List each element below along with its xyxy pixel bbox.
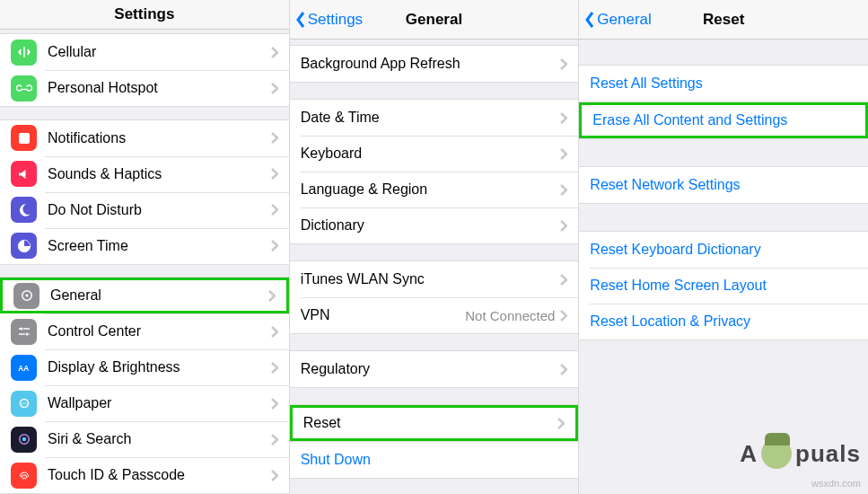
cellular-icon	[11, 40, 37, 66]
regulatory-label: Regulatory	[301, 361, 561, 377]
reset-home-screen-layout-row[interactable]: Reset Home Screen Layout	[579, 268, 868, 304]
nav-bar: Settings General	[290, 0, 579, 40]
chevron-right-icon	[557, 418, 565, 429]
itunes-wlan-sync-row[interactable]: iTunes WLAN Sync	[290, 261, 579, 297]
control-center-icon	[11, 319, 37, 345]
siri-search-label: Siri & Search	[48, 431, 271, 447]
reset-all-settings-row[interactable]: Reset All Settings	[579, 66, 868, 101]
display-brightness-row[interactable]: AADisplay & Brightness	[0, 349, 289, 385]
personal-hotspot-row[interactable]: Personal Hotspot	[0, 70, 289, 106]
svg-text:AA: AA	[18, 365, 29, 373]
chevron-right-icon	[268, 290, 276, 302]
general-label: General	[50, 287, 268, 304]
reset-location-privacy-row[interactable]: Reset Location & Privacy	[579, 304, 868, 340]
do-not-disturb-icon	[11, 197, 37, 223]
svg-point-3	[25, 295, 28, 297]
wallpaper-row[interactable]: Wallpaper	[0, 385, 289, 421]
regulatory-row[interactable]: Regulatory	[290, 351, 579, 387]
keyboard-row[interactable]: Keyboard	[290, 136, 579, 172]
chevron-right-icon	[271, 362, 278, 374]
chevron-right-icon	[560, 220, 567, 232]
chevron-right-icon	[271, 434, 278, 445]
reset-location-privacy-label: Reset Location & Privacy	[590, 313, 857, 330]
touch-id-passcode-icon	[11, 463, 37, 489]
chevron-right-icon	[271, 326, 278, 338]
chevron-right-icon	[271, 168, 278, 180]
cellular-row[interactable]: Cellular	[0, 34, 289, 70]
back-button[interactable]: General	[579, 11, 651, 29]
notifications-label: Notifications	[48, 130, 271, 146]
wallpaper-icon	[11, 391, 37, 417]
nav-title: Settings	[0, 5, 289, 23]
do-not-disturb-label: Do Not Disturb	[48, 202, 271, 218]
sounds-haptics-icon	[11, 161, 37, 187]
nav-bar: Settings	[0, 0, 289, 30]
notifications-icon	[11, 125, 37, 151]
reset-home-screen-layout-label: Reset Home Screen Layout	[590, 278, 857, 294]
touch-id-passcode-row[interactable]: Touch ID & Passcode	[0, 457, 289, 493]
chevron-right-icon	[560, 58, 567, 70]
personal-hotspot-icon	[11, 75, 37, 101]
general-row[interactable]: General	[0, 278, 289, 313]
reset-row[interactable]: Reset	[290, 405, 579, 441]
watermark-logo: AA pualspuals	[740, 438, 861, 469]
date-time-label: Date & Time	[301, 110, 561, 126]
touch-id-passcode-label: Touch ID & Passcode	[48, 467, 271, 483]
back-label: Settings	[308, 11, 363, 29]
language-region-label: Language & Region	[301, 181, 561, 198]
chevron-right-icon	[560, 112, 567, 124]
dictionary-row[interactable]: Dictionary	[290, 207, 579, 243]
svg-point-5	[25, 333, 28, 336]
back-button[interactable]: Settings	[290, 11, 363, 29]
chevron-right-icon	[560, 274, 567, 286]
reset-keyboard-dictionary-label: Reset Keyboard Dictionary	[590, 242, 857, 258]
reset-keyboard-dictionary-row[interactable]: Reset Keyboard Dictionary	[579, 232, 868, 268]
control-center-label: Control Center	[48, 323, 271, 340]
reset-label: Reset	[303, 415, 558, 431]
back-label: General	[597, 11, 651, 29]
date-time-row[interactable]: Date & Time	[290, 100, 579, 136]
chevron-right-icon	[271, 47, 278, 58]
chevron-right-icon	[560, 148, 567, 160]
mascot-icon	[761, 438, 792, 469]
shut-down-row[interactable]: Shut Down	[290, 442, 579, 478]
reset-pane: General Reset Reset All Settings Erase A…	[579, 0, 868, 494]
settings-pane: Settings CellularPersonal Hotspot Notifi…	[0, 0, 290, 494]
svg-rect-0	[19, 133, 30, 144]
erase-all-content-label: Erase All Content and Settings	[592, 112, 855, 128]
display-brightness-label: Display & Brightness	[48, 359, 271, 375]
screen-time-label: Screen Time	[48, 238, 271, 254]
chevron-left-icon	[584, 11, 595, 29]
notifications-row[interactable]: Notifications	[0, 120, 289, 156]
cellular-label: Cellular	[48, 44, 271, 60]
chevron-left-icon	[295, 11, 306, 29]
screen-time-row[interactable]: Screen Time	[0, 228, 289, 264]
sounds-haptics-label: Sounds & Haptics	[48, 166, 271, 182]
chevron-right-icon	[271, 83, 278, 94]
general-icon	[13, 283, 39, 309]
personal-hotspot-label: Personal Hotspot	[48, 80, 271, 96]
chevron-right-icon	[271, 398, 278, 410]
erase-all-content-row[interactable]: Erase All Content and Settings	[579, 102, 868, 138]
background-app-refresh-row[interactable]: Background App Refresh	[290, 46, 579, 82]
chevron-right-icon	[271, 132, 278, 144]
keyboard-label: Keyboard	[301, 146, 561, 162]
vpn-value: Not Connected	[465, 308, 555, 323]
itunes-wlan-sync-label: iTunes WLAN Sync	[301, 271, 561, 287]
chevron-right-icon	[560, 184, 567, 196]
vpn-row[interactable]: VPNNot Connected	[290, 297, 579, 333]
control-center-row[interactable]: Control Center	[0, 313, 289, 349]
siri-search-icon	[11, 427, 37, 453]
chevron-right-icon	[271, 240, 278, 251]
reset-network-settings-row[interactable]: Reset Network Settings	[579, 167, 868, 203]
shut-down-label: Shut Down	[301, 452, 568, 468]
reset-all-settings-label: Reset All Settings	[590, 75, 857, 92]
vpn-label: VPN	[301, 307, 466, 323]
sounds-haptics-row[interactable]: Sounds & Haptics	[0, 156, 289, 192]
general-pane: Settings General Background App Refresh …	[290, 0, 580, 494]
do-not-disturb-row[interactable]: Do Not Disturb	[0, 192, 289, 228]
language-region-row[interactable]: Language & Region	[290, 172, 579, 207]
dictionary-label: Dictionary	[301, 217, 561, 234]
siri-search-row[interactable]: Siri & Search	[0, 421, 289, 457]
svg-point-9	[22, 437, 26, 442]
